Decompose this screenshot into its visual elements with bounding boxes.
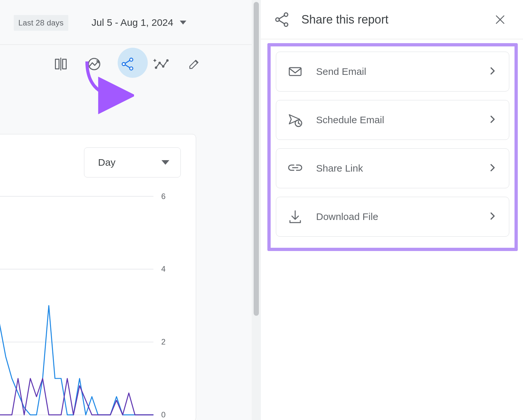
option-label: Schedule Email [316, 114, 488, 126]
svg-point-6 [130, 67, 133, 70]
granularity-select[interactable]: Day [84, 147, 181, 177]
date-range-preset-badge[interactable]: Last 28 days [14, 15, 68, 31]
close-button[interactable] [492, 12, 508, 27]
svg-rect-29 [289, 68, 301, 76]
svg-rect-2 [63, 59, 66, 69]
share-icon [273, 11, 290, 28]
chevron-right-icon [488, 211, 497, 222]
svg-text:2: 2 [161, 337, 165, 346]
caret-down-icon [180, 21, 186, 25]
svg-line-7 [125, 60, 130, 64]
schedule-email-option[interactable]: Schedule Email [276, 100, 509, 140]
date-range-picker[interactable]: Jul 5 - Aug 1, 2024 [92, 17, 186, 28]
date-range-text: Jul 5 - Aug 1, 2024 [92, 17, 173, 28]
report-toolbar [0, 44, 252, 90]
insights-button[interactable] [84, 54, 104, 74]
date-range-bar: Last 28 days Jul 5 - Aug 1, 2024 [0, 0, 252, 44]
caret-down-icon [161, 160, 169, 165]
svg-point-4 [130, 58, 133, 61]
panel-header: Share this report [261, 0, 523, 39]
chevron-right-icon [488, 163, 497, 174]
anomaly-trends-button[interactable] [151, 54, 171, 74]
svg-text:4: 4 [161, 265, 165, 274]
compare-toggle-button[interactable] [51, 54, 71, 74]
scrollbar-thumb[interactable] [254, 2, 259, 316]
download-icon [287, 209, 303, 225]
svg-point-10 [159, 62, 161, 64]
svg-point-11 [162, 65, 164, 68]
svg-point-12 [166, 59, 169, 61]
svg-point-5 [122, 62, 126, 66]
share-link-option[interactable]: Share Link [276, 148, 509, 188]
svg-point-22 [284, 13, 288, 16]
svg-line-26 [279, 20, 284, 24]
share-report-button[interactable] [118, 54, 137, 74]
svg-point-9 [155, 66, 157, 69]
option-label: Download File [316, 211, 488, 222]
link-icon [287, 160, 303, 176]
schedule-send-icon [287, 112, 303, 128]
send-email-option[interactable]: Send Email [276, 52, 509, 92]
vertical-scrollbar[interactable] [252, 0, 261, 420]
granularity-value: Day [98, 157, 115, 168]
svg-rect-0 [56, 59, 59, 69]
line-chart: 0246 [0, 190, 196, 420]
option-label: Share Link [316, 163, 488, 174]
svg-text:0: 0 [161, 410, 165, 419]
svg-line-8 [125, 65, 130, 68]
svg-text:6: 6 [161, 192, 165, 201]
chart-card: Day 0246 [0, 134, 196, 420]
edit-button[interactable] [184, 54, 204, 74]
share-options-list: Send Email Schedule Email [267, 43, 518, 251]
svg-line-25 [279, 15, 284, 19]
chevron-right-icon [488, 66, 497, 77]
panel-title: Share this report [301, 13, 492, 26]
chevron-right-icon [488, 115, 497, 125]
share-panel: Share this report Send Email [261, 0, 523, 420]
svg-point-24 [284, 23, 288, 26]
report-area: Last 28 days Jul 5 - Aug 1, 2024 [0, 0, 252, 420]
svg-line-32 [298, 123, 300, 124]
email-icon [287, 64, 303, 79]
download-file-option[interactable]: Download File [276, 197, 509, 237]
option-label: Send Email [316, 66, 488, 77]
svg-point-23 [276, 18, 279, 21]
